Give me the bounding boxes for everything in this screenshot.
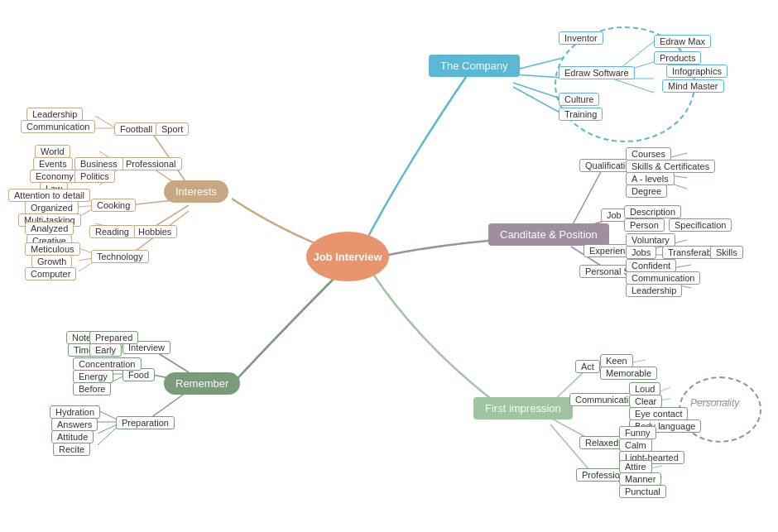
leaf-leadership-sport: Leadership (26, 108, 83, 121)
leaf-keen: Keen (600, 354, 633, 367)
leaf-skills: Skills (710, 246, 743, 259)
leaf-a-levels: A - levels (626, 172, 675, 185)
leaf-attire: Attire (619, 460, 652, 473)
leaf-confident: Confident (626, 259, 676, 272)
center-node: Job Interview (306, 232, 389, 281)
leaf-sport: Sport (156, 122, 189, 136)
branch-interests: Interests (164, 180, 228, 203)
leaf-analyzed: Analyzed (25, 222, 74, 235)
leaf-world: World (35, 145, 70, 158)
leaf-voluntary: Voluntary (626, 233, 675, 247)
leaf-edraw-software: Edraw Software (559, 66, 635, 79)
svg-line-36 (612, 79, 654, 93)
leaf-loud: Loud (629, 382, 660, 395)
leaf-degree: Degree (626, 185, 667, 198)
leaf-business: Business (74, 157, 123, 170)
leaf-memorable: Memorable (600, 367, 657, 380)
svg-line-37 (513, 83, 563, 99)
leaf-relaxed: Relaxed (579, 436, 624, 449)
leaf-person: Person (624, 218, 665, 232)
svg-line-39 (571, 165, 604, 228)
leaf-preparation: Preparation (116, 416, 175, 429)
leaf-answers: Answers (51, 418, 98, 431)
leaf-calm: Calm (619, 439, 652, 452)
svg-line-31 (513, 58, 563, 70)
leaf-products: Products (654, 51, 701, 65)
leaf-manner: Manner (619, 472, 661, 486)
leaf-culture: Culture (559, 93, 599, 106)
leaf-prepared: Prepared (89, 331, 138, 344)
leaf-politics: Politics (74, 170, 115, 183)
leaf-reading: Reading (89, 225, 135, 238)
leaf-technology: Technology (91, 250, 149, 263)
svg-line-38 (513, 87, 563, 114)
leaf-leadership2: Leadership (626, 284, 682, 297)
leaf-training: Training (559, 108, 603, 121)
branch-remember: Remember (164, 372, 240, 395)
leaf-economy: Economy (30, 170, 79, 183)
personality-dashed-circle (679, 376, 761, 443)
leaf-recite: Recite (53, 443, 90, 456)
leaf-act: Act (575, 360, 600, 373)
leaf-before: Before (73, 382, 111, 395)
leaf-jobs: Jobs (626, 246, 656, 259)
leaf-inventor: Inventor (559, 31, 603, 45)
leaf-communication2: Communication (626, 271, 700, 285)
leaf-communication: Communication (21, 120, 95, 133)
leaf-skills-certs: Skills & Certificates (626, 160, 715, 173)
leaf-punctual: Punctual (619, 485, 666, 498)
branch-first: First impression (473, 397, 573, 419)
leaf-edraw-max: Edraw Max (654, 35, 711, 48)
leaf-hydration: Hydration (50, 405, 100, 419)
leaf-meticulous: Meticulous (25, 242, 80, 256)
branch-candidate: Canditate & Position (488, 223, 609, 246)
branch-company: The Company (429, 55, 520, 77)
leaf-concentration: Concentration (73, 357, 142, 371)
leaf-cooking: Cooking (91, 199, 136, 212)
leaf-computer: Computer (25, 267, 76, 280)
leaf-attitude: Attitude (51, 430, 94, 443)
svg-line-1 (95, 116, 116, 128)
leaf-funny: Funny (619, 426, 656, 439)
leaf-eye-contact: Eye contact (629, 407, 688, 420)
leaf-early: Early (89, 343, 122, 357)
leaf-events: Events (33, 157, 73, 170)
leaf-energy: Energy (73, 370, 113, 383)
leaf-growth: Growth (31, 255, 72, 268)
leaf-description: Description (624, 205, 681, 218)
leaf-hobbies: Hobbies (132, 225, 177, 238)
leaf-organized: Organized (25, 201, 79, 214)
leaf-infographics: Infographics (666, 65, 728, 78)
leaf-professional: Professional (120, 157, 182, 170)
leaf-clear: Clear (629, 395, 662, 408)
leaf-specification: Specification (669, 218, 732, 232)
leaf-attention: Attention to detail (8, 189, 90, 202)
leaf-job: Job (601, 208, 627, 222)
leaf-personality: Personality (690, 397, 739, 409)
leaf-football: Football (114, 122, 158, 136)
leaf-mind-master: Mind Master (662, 79, 724, 93)
leaf-courses: Courses (626, 147, 671, 161)
